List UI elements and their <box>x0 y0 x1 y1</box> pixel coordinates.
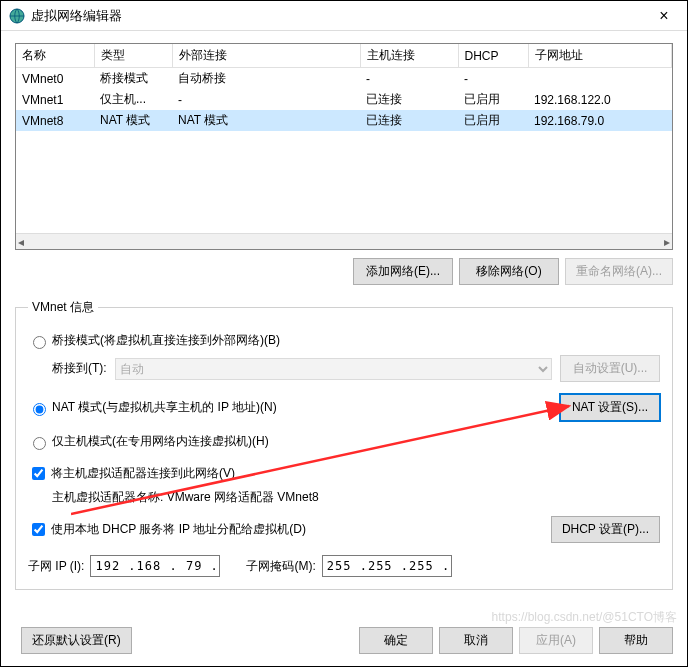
col-dhcp[interactable]: DHCP <box>458 44 528 68</box>
table-empty-area <box>16 131 672 233</box>
col-ext[interactable]: 外部连接 <box>172 44 360 68</box>
nat-mode-label: NAT 模式(与虚拟机共享主机的 IP 地址)(N) <box>52 399 277 416</box>
col-name[interactable]: 名称 <box>16 44 94 68</box>
bridge-to-select: 自动 <box>115 358 552 380</box>
dialog-button-bar: 还原默认设置(R) 确定 取消 应用(A) 帮助 <box>15 627 673 654</box>
help-button[interactable]: 帮助 <box>599 627 673 654</box>
host-adapter-checkbox[interactable] <box>32 467 45 480</box>
fieldset-legend: VMnet 信息 <box>28 299 98 316</box>
subnet-mask-input[interactable] <box>322 555 452 577</box>
vmnet-info-fieldset: VMnet 信息 桥接模式(将虚拟机直接连接到外部网络)(B) 桥接到(T): … <box>15 299 673 590</box>
bridge-mode-label: 桥接模式(将虚拟机直接连接到外部网络)(B) <box>52 332 280 349</box>
host-adapter-label: 将主机虚拟适配器连接到此网络(V) <box>51 465 235 482</box>
apply-button: 应用(A) <box>519 627 593 654</box>
nat-mode-radio[interactable] <box>33 403 46 416</box>
col-subnet[interactable]: 子网地址 <box>528 44 672 68</box>
dhcp-checkbox[interactable] <box>32 523 45 536</box>
watermark: https://blog.csdn.net/@51CTO博客 <box>492 609 677 626</box>
bridge-to-label: 桥接到(T): <box>52 360 107 377</box>
table-row[interactable]: VMnet0桥接模式自动桥接-- <box>16 68 672 90</box>
horizontal-scrollbar[interactable]: ◂▸ <box>16 233 672 249</box>
add-network-button[interactable]: 添加网络(E)... <box>353 258 453 285</box>
restore-defaults-button[interactable]: 还原默认设置(R) <box>21 627 132 654</box>
remove-network-button[interactable]: 移除网络(O) <box>459 258 559 285</box>
subnet-ip-input[interactable] <box>90 555 220 577</box>
subnet-ip-label: 子网 IP (I): <box>28 558 84 575</box>
rename-network-button: 重命名网络(A)... <box>565 258 673 285</box>
title-bar: 虚拟网络编辑器 × <box>1 1 687 31</box>
hostonly-mode-label: 仅主机模式(在专用网络内连接虚拟机)(H) <box>52 433 269 450</box>
network-table[interactable]: 名称 类型 外部连接 主机连接 DHCP 子网地址 VMnet0桥接模式自动桥接… <box>15 43 673 250</box>
table-row[interactable]: VMnet1仅主机...-已连接已启用192.168.122.0 <box>16 89 672 110</box>
scroll-right-icon[interactable]: ▸ <box>664 235 670 249</box>
hostonly-mode-radio[interactable] <box>33 437 46 450</box>
subnet-mask-label: 子网掩码(M): <box>246 558 315 575</box>
host-adapter-name: 主机虚拟适配器名称: VMware 网络适配器 VMnet8 <box>52 489 660 506</box>
auto-bridge-button: 自动设置(U)... <box>560 355 660 382</box>
col-type[interactable]: 类型 <box>94 44 172 68</box>
cancel-button[interactable]: 取消 <box>439 627 513 654</box>
bridge-mode-radio[interactable] <box>33 336 46 349</box>
scroll-left-icon[interactable]: ◂ <box>18 235 24 249</box>
close-icon[interactable]: × <box>649 7 679 25</box>
dhcp-settings-button[interactable]: DHCP 设置(P)... <box>551 516 660 543</box>
dhcp-label: 使用本地 DHCP 服务将 IP 地址分配给虚拟机(D) <box>51 521 306 538</box>
network-icon <box>9 8 25 24</box>
table-row[interactable]: VMnet8NAT 模式NAT 模式已连接已启用192.168.79.0 <box>16 110 672 131</box>
nat-settings-button[interactable]: NAT 设置(S)... <box>560 394 660 421</box>
col-host[interactable]: 主机连接 <box>360 44 458 68</box>
window-title: 虚拟网络编辑器 <box>31 7 122 25</box>
ok-button[interactable]: 确定 <box>359 627 433 654</box>
